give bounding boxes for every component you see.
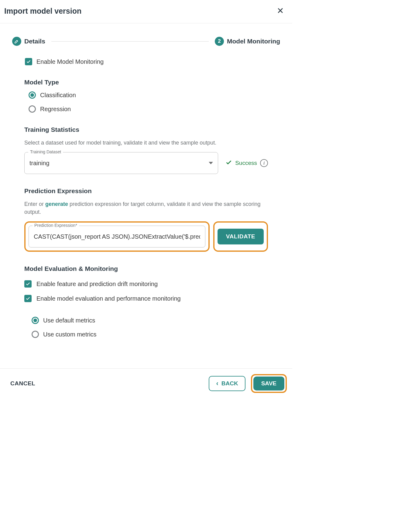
radio-custom-metrics[interactable]: Use custom metrics [32,331,268,338]
chevron-down-icon [209,162,213,164]
prediction-expr-label: Prediction Expression* [33,223,79,228]
radio-off-icon [29,105,36,113]
evaluation-checks: Enable feature and prediction drift moni… [24,280,268,338]
dialog-header: Import model version ✕ [0,0,292,23]
chevron-left-icon: ‹ [216,380,218,387]
step-divider [51,41,209,42]
enable-monitoring-label: Enable Model Monitoring [36,58,104,65]
perf-label: Enable model evaluation and performance … [36,295,181,302]
step-monitoring[interactable]: 2 Model Monitoring [215,37,280,46]
custom-metrics-label: Use custom metrics [43,331,97,338]
radio-regression[interactable]: Regression [29,105,280,113]
generate-link[interactable]: generate [45,201,68,207]
drift-checkbox[interactable] [24,280,32,288]
back-button-label: BACK [221,380,238,387]
evaluation-title: Model Evaluation & Monitoring [24,265,268,272]
dialog-title: Import model version [4,7,81,15]
radio-off-icon [32,331,39,338]
prediction-expr-field[interactable]: Prediction Expression* [29,226,205,247]
perf-row: Enable model evaluation and performance … [24,295,268,302]
model-type-title: Model Type [24,79,280,86]
highlight-save: SAVE [251,374,287,393]
check-icon [225,159,232,167]
perf-checkbox[interactable] [24,295,32,302]
import-model-dialog: Import model version ✕ Details 2 Model M… [0,0,292,398]
radio-classification[interactable]: Classification [29,91,280,99]
close-button[interactable]: ✕ [276,5,285,16]
footer-right: ‹ BACK SAVE [209,374,287,393]
save-button[interactable]: SAVE [253,377,284,390]
training-stats-desc: Select a dataset used for model training… [24,139,268,147]
metrics-group: Use default metrics Use custom metrics [24,317,268,338]
model-type-group: Classification Regression [12,91,280,113]
radio-on-icon [29,91,36,99]
radio-default-metrics[interactable]: Use default metrics [32,317,268,324]
step-details-label: Details [24,38,45,45]
stepper: Details 2 Model Monitoring [0,23,292,55]
radio-classification-label: Classification [40,92,76,99]
highlight-expression: Prediction Expression* [24,221,210,252]
default-metrics-label: Use default metrics [43,317,95,324]
dialog-content: Enable Model Monitoring Model Type Class… [0,55,292,368]
close-icon: ✕ [277,6,284,15]
step-details[interactable]: Details [12,37,45,46]
pe-desc-pre: Enter or [24,201,45,207]
validate-button[interactable]: VALIDATE [218,229,264,244]
step-number-icon: 2 [215,37,224,46]
training-dataset-value: training [29,160,204,167]
training-stats-title: Training Statistics [24,126,280,133]
radio-on-icon [32,317,39,324]
cancel-button[interactable]: CANCEL [10,380,35,387]
training-dataset-label: Training Dataset [28,149,63,154]
step-monitoring-label: Model Monitoring [227,38,280,45]
highlight-validate: VALIDATE [213,221,268,252]
pencil-icon [12,37,21,46]
radio-regression-label: Regression [40,106,71,113]
drift-label: Enable feature and prediction drift moni… [36,281,158,288]
evaluation-section: Model Evaluation & Monitoring Enable fea… [24,265,268,338]
prediction-expr-desc: Enter or generate prediction expression … [24,200,268,216]
training-dataset-select[interactable]: Training Dataset training [24,152,218,174]
enable-monitoring-checkbox[interactable] [25,58,32,65]
back-button[interactable]: ‹ BACK [209,376,245,391]
training-dataset-row: Training Dataset training Success i [24,152,268,174]
prediction-expr-input[interactable] [34,233,200,240]
drift-row: Enable feature and prediction drift moni… [24,280,268,288]
training-status-text: Success [235,160,257,166]
info-icon[interactable]: i [260,159,268,167]
dialog-footer: CANCEL ‹ BACK SAVE [0,368,292,398]
prediction-expr-row: Prediction Expression* VALIDATE [12,221,280,265]
prediction-expr-title: Prediction Expression [24,187,280,195]
training-status: Success i [225,159,268,167]
enable-monitoring-row: Enable Model Monitoring [12,58,280,65]
